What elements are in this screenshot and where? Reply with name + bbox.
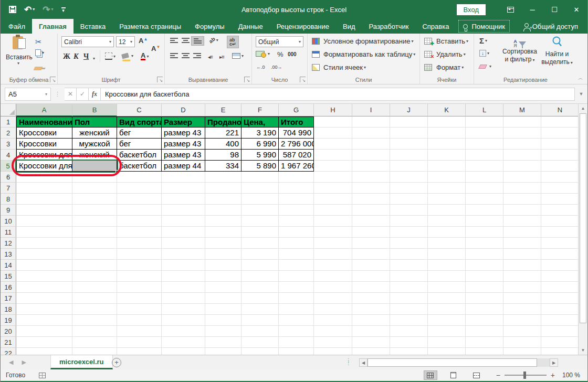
page-break-view-button[interactable]: [470, 370, 484, 380]
tab-scrollbar-splitter[interactable]: ⋮⋮: [346, 359, 351, 364]
cell-K13[interactable]: [428, 249, 466, 260]
cell-G21[interactable]: [279, 337, 314, 348]
collapse-ribbon-button[interactable]: ︿: [578, 75, 583, 82]
add-sheet-button[interactable]: +: [112, 358, 121, 367]
cell-J11[interactable]: [390, 227, 428, 238]
cell-G15[interactable]: [279, 271, 314, 282]
cell-B21[interactable]: [72, 337, 117, 348]
cell-K2[interactable]: [428, 128, 466, 139]
tab-data[interactable]: Данные: [232, 19, 270, 34]
underline-dropdown[interactable]: ▾: [93, 56, 95, 61]
cell-D21[interactable]: [162, 337, 205, 348]
cell-J2[interactable]: [390, 128, 428, 139]
cell-G6[interactable]: [279, 172, 314, 183]
cell-I13[interactable]: [352, 249, 390, 260]
cell-F3[interactable]: 6 990: [242, 139, 279, 150]
cell-C20[interactable]: [117, 326, 162, 337]
cell-M18[interactable]: [503, 304, 541, 315]
cell-H5[interactable]: [314, 161, 352, 172]
tab-insert[interactable]: Вставка: [74, 19, 112, 34]
cell-M9[interactable]: [503, 205, 541, 216]
cell-E19[interactable]: [205, 315, 242, 326]
cell-D22[interactable]: [162, 348, 205, 355]
cell-F10[interactable]: [242, 216, 279, 227]
insert-cells-button[interactable]: ✚Вставить▾: [424, 37, 468, 45]
customize-qat-button[interactable]: ▾: [61, 7, 66, 12]
cell-D8[interactable]: [162, 194, 205, 205]
cell-C1[interactable]: Вид спорта: [117, 116, 162, 128]
cell-L7[interactable]: [466, 183, 503, 194]
vertical-scroll-thumb[interactable]: [580, 113, 586, 323]
row-header-7[interactable]: 7: [1, 183, 16, 194]
cell-A13[interactable]: [16, 249, 72, 260]
cell-J7[interactable]: [390, 183, 428, 194]
cell-K11[interactable]: [428, 227, 466, 238]
cell-I11[interactable]: [352, 227, 390, 238]
name-box[interactable]: A5▾: [5, 88, 51, 101]
cell-A7[interactable]: [16, 183, 72, 194]
cell-E18[interactable]: [205, 304, 242, 315]
cell-L20[interactable]: [466, 326, 503, 337]
cell-M3[interactable]: [503, 139, 541, 150]
column-header-F[interactable]: F: [242, 104, 279, 116]
cell-G5[interactable]: 1 967 260: [279, 161, 314, 172]
cell-I2[interactable]: [352, 128, 390, 139]
scroll-up-button[interactable]: ▲: [579, 104, 587, 113]
cell-G9[interactable]: [279, 205, 314, 216]
minimize-button[interactable]: ─: [521, 0, 543, 19]
cell-J13[interactable]: [390, 249, 428, 260]
borders-button[interactable]: ▾: [105, 52, 116, 60]
cell-E12[interactable]: [205, 238, 242, 249]
cell-N21[interactable]: [541, 337, 579, 348]
cell-N22[interactable]: [541, 348, 579, 355]
cell-E10[interactable]: [205, 216, 242, 227]
tab-file[interactable]: Файл: [2, 19, 32, 34]
font-dialog-launcher[interactable]: [157, 77, 163, 82]
cell-F12[interactable]: [242, 238, 279, 249]
merge-center-button[interactable]: ▾: [230, 51, 246, 60]
row-header-3[interactable]: 3: [1, 139, 16, 150]
cell-H22[interactable]: [314, 348, 352, 355]
tab-help[interactable]: Справка: [415, 19, 456, 34]
cell-L2[interactable]: [466, 128, 503, 139]
orientation-button[interactable]: ab▾: [207, 36, 220, 45]
cell-A2[interactable]: Кроссовки: [16, 128, 72, 139]
cell-K12[interactable]: [428, 238, 466, 249]
cell-H4[interactable]: [314, 150, 352, 161]
cell-B17[interactable]: [72, 293, 117, 304]
cell-B7[interactable]: [72, 183, 117, 194]
cell-I16[interactable]: [352, 282, 390, 293]
cell-N1[interactable]: [541, 116, 579, 128]
cell-E8[interactable]: [205, 194, 242, 205]
cell-C18[interactable]: [117, 304, 162, 315]
cell-L16[interactable]: [466, 282, 503, 293]
cell-H11[interactable]: [314, 227, 352, 238]
cell-I21[interactable]: [352, 337, 390, 348]
cell-A15[interactable]: [16, 271, 72, 282]
cell-F1[interactable]: Цена,: [242, 116, 279, 128]
cell-F2[interactable]: 3 190: [242, 128, 279, 139]
cell-I22[interactable]: [352, 348, 390, 355]
cell-B8[interactable]: [72, 194, 117, 205]
cell-K21[interactable]: [428, 337, 466, 348]
cell-N17[interactable]: [541, 293, 579, 304]
cell-D18[interactable]: [162, 304, 205, 315]
row-header-1[interactable]: 1: [1, 116, 16, 128]
format-painter-button[interactable]: [34, 63, 42, 72]
column-header-L[interactable]: L: [466, 104, 503, 116]
formula-input[interactable]: Кроссовки для баскетбола: [101, 88, 575, 101]
cell-J4[interactable]: [390, 150, 428, 161]
cell-F14[interactable]: [242, 260, 279, 271]
cell-M13[interactable]: [503, 249, 541, 260]
cell-J3[interactable]: [390, 139, 428, 150]
cell-M1[interactable]: [503, 116, 541, 128]
cell-B10[interactable]: [72, 216, 117, 227]
cell-C7[interactable]: [117, 183, 162, 194]
cell-B20[interactable]: [72, 326, 117, 337]
cell-H12[interactable]: [314, 238, 352, 249]
cell-D19[interactable]: [162, 315, 205, 326]
cell-L15[interactable]: [466, 271, 503, 282]
cell-E1[interactable]: Продано: [205, 116, 242, 128]
cell-K18[interactable]: [428, 304, 466, 315]
conditional-formatting-button[interactable]: Условное форматирование▾: [312, 37, 413, 45]
